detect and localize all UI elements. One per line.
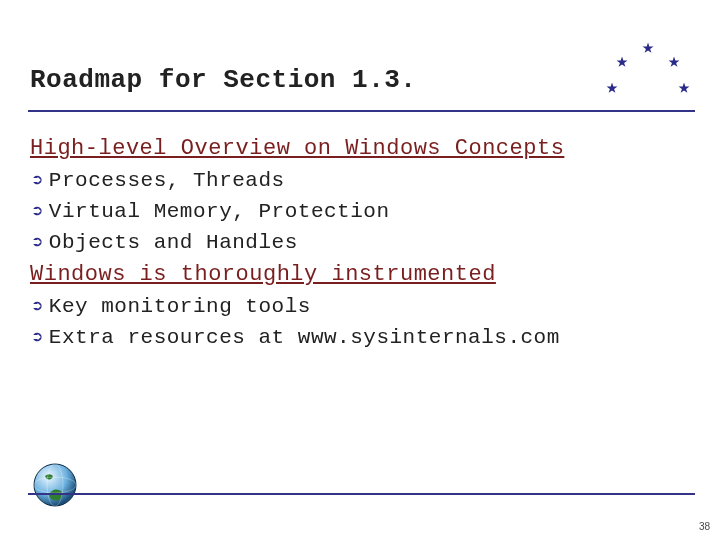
star-icon: ★ (606, 78, 618, 98)
bullet-item: ➲ Processes, Threads (32, 169, 680, 192)
bullet-item: ➲ Objects and Handles (32, 231, 680, 254)
title-area: Roadmap for Section 1.3. (30, 65, 610, 95)
bullet-arrow-icon: ➲ (32, 295, 43, 317)
title-rule (28, 110, 695, 112)
bullet-item: ➲ Virtual Memory, Protection (32, 200, 680, 223)
star-icon: ★ (642, 38, 654, 58)
star-icon: ★ (616, 52, 628, 72)
bullet-item: ➲ Key monitoring tools (32, 295, 680, 318)
bullet-arrow-icon: ➲ (32, 231, 43, 253)
star-icon: ★ (668, 52, 680, 72)
footer-rule (28, 493, 695, 495)
globe-icon (32, 462, 78, 508)
section-heading: High-level Overview on Windows Concepts (30, 136, 680, 161)
bullet-text: Objects and Handles (49, 231, 298, 254)
bullet-text: Extra resources at www.sysinternals.com (49, 326, 560, 349)
star-cluster-icon: ★ ★ ★ ★ ★ (606, 38, 698, 118)
section-heading: Windows is thoroughly instrumented (30, 262, 680, 287)
bullet-arrow-icon: ➲ (32, 200, 43, 222)
bullet-text: Key monitoring tools (49, 295, 311, 318)
slide: Roadmap for Section 1.3. ★ ★ ★ ★ ★ High-… (0, 0, 720, 540)
page-number: 38 (699, 521, 710, 532)
slide-body: High-level Overview on Windows Concepts … (30, 128, 680, 357)
bullet-arrow-icon: ➲ (32, 326, 43, 348)
bullet-item: ➲ Extra resources at www.sysinternals.co… (32, 326, 680, 349)
star-icon: ★ (678, 78, 690, 98)
slide-title: Roadmap for Section 1.3. (30, 65, 610, 95)
bullet-text: Virtual Memory, Protection (49, 200, 390, 223)
bullet-text: Processes, Threads (49, 169, 285, 192)
bullet-arrow-icon: ➲ (32, 169, 43, 191)
